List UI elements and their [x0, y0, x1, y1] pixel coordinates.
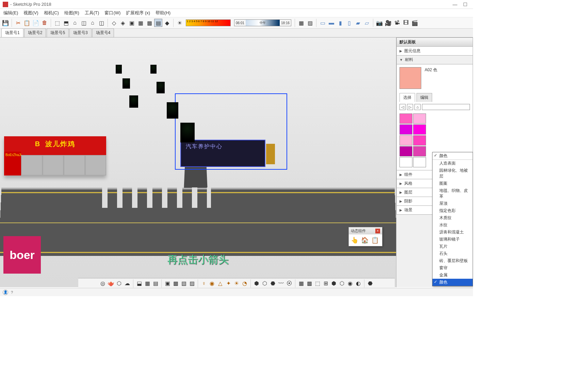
- right-icon[interactable]: ◫: [80, 19, 88, 27]
- front-icon[interactable]: ⌂: [71, 19, 79, 27]
- tool-icon[interactable]: ◉: [346, 280, 354, 287]
- top-icon[interactable]: ⬒: [62, 19, 70, 27]
- tool-icon[interactable]: ▦: [144, 280, 151, 287]
- paste-icon[interactable]: 📄: [32, 19, 40, 27]
- close-icon[interactable]: ×: [375, 229, 380, 233]
- tool-icon[interactable]: 🫖: [107, 280, 115, 287]
- tool-icon[interactable]: ⬡: [115, 280, 123, 287]
- tray-title[interactable]: 默认面板: [396, 37, 473, 47]
- camera-icon[interactable]: 📷: [375, 19, 383, 27]
- menu-item[interactable]: 相机(C): [43, 9, 60, 17]
- dd-item[interactable]: 屋顶: [432, 200, 473, 207]
- dd-item[interactable]: 水纹: [432, 221, 473, 229]
- tool-icon[interactable]: △: [216, 280, 224, 287]
- dd-item[interactable]: 砖、覆层和壁板: [432, 257, 473, 264]
- style-wire-icon[interactable]: ◇: [110, 19, 118, 27]
- camera-icon[interactable]: 🎥: [384, 19, 392, 27]
- box-icon[interactable]: ▬: [327, 19, 336, 27]
- tool-icon[interactable]: ⊞: [322, 280, 329, 287]
- left-icon[interactable]: ◫: [97, 19, 105, 27]
- scene-tab[interactable]: 场景号2: [24, 28, 46, 37]
- menu-item[interactable]: 绘图(R): [63, 9, 81, 17]
- tool-icon[interactable]: ⬢: [253, 280, 260, 287]
- dd-item[interactable]: 金属: [432, 272, 473, 279]
- box-icon[interactable]: ▱: [363, 19, 371, 27]
- camera-icon[interactable]: 🎬: [411, 19, 419, 27]
- swatch[interactable]: [399, 146, 412, 156]
- shadow-date-slider[interactable]: 1 2 3 4 5 6 7 8 9 10 11 12: [186, 19, 231, 26]
- user-icon[interactable]: 👤: [3, 290, 8, 295]
- tool-icon[interactable]: ☀: [233, 280, 240, 287]
- menu-item[interactable]: 编辑(E): [2, 9, 19, 17]
- tool-icon[interactable]: ⬡: [338, 280, 346, 287]
- current-material-swatch[interactable]: [399, 67, 421, 89]
- tool-icon[interactable]: ▤: [152, 280, 159, 287]
- tool-icon[interactable]: ⬓: [135, 280, 143, 287]
- swatch[interactable]: [413, 124, 426, 135]
- swatch[interactable]: [413, 157, 426, 167]
- dyncomp-attrs-icon[interactable]: 📋: [371, 236, 379, 244]
- nav-home-icon[interactable]: ⌂: [414, 104, 421, 110]
- layer-icon[interactable]: ▦: [297, 19, 305, 27]
- nav-fwd-icon[interactable]: ▷: [407, 104, 413, 110]
- scene-tab[interactable]: 场景号1: [1, 28, 23, 37]
- tool-icon[interactable]: 〰: [277, 280, 285, 287]
- dynamic-components-panel[interactable]: 动态组件× 👆 🏠 📋: [348, 227, 382, 246]
- menu-item[interactable]: 工具(T): [83, 9, 101, 17]
- tool-icon[interactable]: ◐: [355, 280, 362, 287]
- dd-item[interactable]: 人造表面: [432, 160, 473, 167]
- menu-item[interactable]: 窗口(W): [103, 9, 122, 17]
- tool-icon[interactable]: ▦: [297, 280, 305, 287]
- camera-icon[interactable]: 🎞: [402, 19, 410, 27]
- swatch[interactable]: [413, 146, 426, 156]
- style-mono-icon[interactable]: ▩: [145, 19, 153, 27]
- dd-item[interactable]: 园林绿化、地被层: [432, 167, 473, 180]
- dd-item[interactable]: 窗帘: [432, 264, 473, 272]
- scene-tab[interactable]: 场景号3: [69, 28, 92, 37]
- style-shade-icon[interactable]: ▣: [128, 19, 136, 27]
- tool-icon[interactable]: ▩: [306, 280, 313, 287]
- tool-icon[interactable]: ✦: [225, 280, 232, 287]
- delete-icon[interactable]: 🗑: [40, 19, 49, 27]
- dd-item[interactable]: 指定色彩: [432, 207, 473, 214]
- dd-item[interactable]: 图案: [432, 180, 473, 187]
- dd-item-selected[interactable]: 颜色: [432, 279, 473, 286]
- save-icon[interactable]: 💾: [1, 19, 10, 27]
- minimize-button[interactable]: —: [450, 2, 460, 7]
- style-hidden-icon[interactable]: ◈: [119, 19, 127, 27]
- dd-current[interactable]: 颜色: [432, 152, 473, 160]
- tool-icon[interactable]: ⬢: [330, 280, 338, 287]
- scene-tab[interactable]: 场景号5: [47, 28, 69, 37]
- tool-icon[interactable]: ♀: [200, 280, 208, 287]
- tool-icon[interactable]: ▨: [188, 280, 196, 287]
- swatch[interactable]: [399, 113, 412, 124]
- dyncomp-interact-icon[interactable]: 👆: [351, 236, 358, 244]
- swatch[interactable]: [399, 135, 412, 145]
- box-icon[interactable]: ▰: [354, 19, 362, 27]
- tool-icon[interactable]: ▣: [164, 280, 171, 287]
- menu-item[interactable]: 扩展程序 (x): [125, 9, 151, 17]
- shadow-toggle-icon[interactable]: ☀: [176, 19, 184, 27]
- dd-item[interactable]: 木质纹: [432, 214, 473, 221]
- dyncomp-options-icon[interactable]: 🏠: [361, 236, 369, 244]
- shadow-time-slider[interactable]: 06:01 中午 18:16: [234, 19, 291, 26]
- box-icon[interactable]: ▮: [336, 19, 344, 27]
- maximize-button[interactable]: ☐: [460, 2, 470, 7]
- tool-icon[interactable]: ☁: [124, 280, 131, 287]
- camera-icon[interactable]: 📽: [393, 19, 401, 27]
- status-help-icon[interactable]: ?: [11, 290, 13, 294]
- mat-tab-edit[interactable]: 编辑: [416, 93, 432, 102]
- dd-item[interactable]: 沥青和混凝土: [432, 229, 473, 236]
- style-tex-icon[interactable]: ▦: [136, 19, 145, 27]
- category-combo[interactable]: [422, 104, 470, 110]
- copy-icon[interactable]: 📋: [23, 19, 31, 27]
- dd-item[interactable]: 玻璃和镜子: [432, 236, 473, 243]
- layer-icon[interactable]: ▨: [306, 19, 314, 27]
- tool-icon[interactable]: ▩: [172, 280, 179, 287]
- tool-icon[interactable]: ⬣: [269, 280, 277, 287]
- tool-icon[interactable]: ⦿: [285, 280, 293, 287]
- back-icon[interactable]: ⌂: [88, 19, 97, 27]
- style-xray-icon[interactable]: ▤: [154, 19, 162, 27]
- iso-icon[interactable]: ⬚: [53, 19, 61, 27]
- tool-icon[interactable]: ◉: [208, 280, 216, 287]
